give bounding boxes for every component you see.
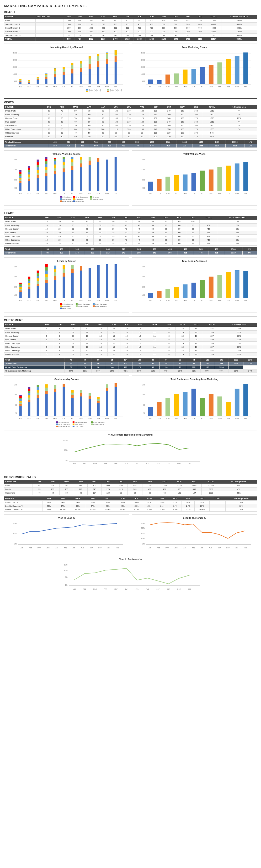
leads-cell: 65: [186, 227, 200, 231]
conversion-category-cell: 4%: [220, 484, 257, 488]
svg-text:Social Platform A: Social Platform A: [110, 91, 122, 92]
customers-total-cell: 105: [200, 362, 214, 366]
customers-cell: 5: [40, 331, 53, 334]
svg-rect-43: [71, 65, 73, 69]
conversion-metrics-cell: 10.5%: [195, 508, 209, 512]
visits-total-cell: 560: [89, 144, 103, 148]
svg-text:100: 100: [142, 294, 145, 296]
customers-cell: 15: [176, 334, 189, 338]
customers-cell: 15: [107, 353, 121, 356]
leads-cell: 35: [107, 242, 120, 246]
conversion-metrics-cell: 21%: [156, 504, 169, 508]
svg-rect-214: [73, 198, 75, 200]
reach-cell: 1000: [182, 19, 194, 23]
visits-cell: 130: [149, 124, 162, 127]
svg-text:AUG: AUG: [79, 86, 83, 88]
visits-cell: 160: [189, 120, 203, 124]
svg-text:AUG: AUG: [79, 300, 83, 302]
leads-total-cell: 120: [54, 251, 69, 255]
customers-cell: 15: [176, 353, 189, 356]
svg-rect-269: [28, 281, 30, 283]
svg-rect-152: [37, 170, 39, 173]
leads-cell: 10: [40, 231, 53, 235]
visits-cell: 90: [96, 124, 110, 127]
leads-cell: 450: [200, 238, 218, 242]
svg-rect-17: [28, 82, 30, 83]
customers-cell: 8: [162, 334, 176, 338]
visits-total-cell: 630: [103, 144, 117, 148]
visits-cell: 90: [96, 120, 110, 124]
conversion-category-cell: 11355: [202, 484, 220, 488]
svg-rect-193: [115, 157, 117, 191]
conversion-charts-row: Visit to Lead % 40% 20% 0% JAN FEB MAR A…: [4, 514, 257, 555]
customers-cell: 5: [40, 338, 53, 342]
leads-cell: Paid Search: [4, 231, 40, 235]
visits-cell: 60: [55, 124, 68, 127]
reach-cell: 200: [97, 26, 109, 30]
leads-cell: 450: [200, 227, 218, 231]
svg-text:Offline Source: Offline Source: [62, 196, 73, 198]
svg-text:3000: 3000: [140, 59, 145, 61]
svg-rect-387: [37, 385, 39, 387]
visits-cell: 70: [110, 131, 123, 135]
visits-chart-left-title: Website Visits by Source: [6, 153, 127, 155]
leads-total-cell: Total: [4, 247, 41, 251]
customers-total-cell: 64: [78, 358, 92, 362]
svg-rect-150: [37, 175, 39, 178]
svg-rect-344: [217, 275, 222, 298]
customers-cell: Organic Search: [4, 334, 40, 338]
reach-cell: 550: [109, 19, 122, 23]
leads-cell: 25: [80, 227, 93, 231]
svg-text:Other Campaign: Other Campaign: [78, 303, 90, 305]
conversion-category-cell: 120: [101, 491, 115, 495]
pct-customers-line-chart: 100% 50% 0% JAN FEB MAR APR MAY JUN JUL …: [55, 438, 206, 469]
customers-total-cell: 80: [146, 362, 160, 366]
leads-total-cell: 415: [162, 247, 177, 251]
conversion-category-cell: 805: [88, 484, 101, 488]
page-title: MARKETING CAMPAIGN REPORT TEMPLATE: [4, 4, 257, 8]
svg-text:APR: APR: [175, 86, 178, 88]
reach-total-cell: 1930: [145, 37, 158, 41]
visits-cell: 10%: [221, 117, 257, 120]
customers-total-cell: 110: [119, 366, 132, 369]
svg-text:OCT: OCT: [167, 463, 170, 464]
customers-total-cell: 75: [78, 366, 92, 369]
leads-cell: 40: [120, 235, 132, 238]
svg-rect-163: [45, 159, 47, 161]
svg-rect-316: [60, 303, 62, 305]
customers-total-cell: 80: [146, 358, 160, 362]
leads-cell: 65: [173, 220, 186, 223]
svg-text:10%: 10%: [64, 570, 67, 571]
svg-rect-461: [243, 384, 248, 416]
svg-text:140: 140: [14, 384, 17, 386]
svg-text:OCT: OCT: [97, 86, 100, 88]
svg-rect-171: [54, 158, 56, 159]
svg-text:APR: APR: [104, 588, 107, 590]
svg-text:JAN: JAN: [19, 86, 22, 88]
visits-total-cell: 995: [130, 141, 144, 144]
svg-rect-376: [28, 398, 30, 400]
customers-cell: 5: [40, 327, 53, 331]
visits-cell: 120: [175, 135, 189, 138]
svg-rect-190: [97, 162, 99, 191]
visits-charts-row: Website Visits by Source 1600 1200 800 4…: [4, 150, 257, 206]
svg-rect-291: [63, 277, 65, 298]
svg-text:AUG: AUG: [209, 418, 213, 420]
customers-cell: 20%: [221, 334, 257, 338]
svg-text:JAN: JAN: [73, 463, 75, 464]
visits-cell: Email Marketing: [4, 113, 42, 117]
svg-rect-400: [71, 390, 74, 393]
svg-rect-61: [106, 64, 108, 84]
leads-cell: 450: [186, 220, 200, 223]
conversion-metrics-cell: 13.3%: [115, 508, 130, 512]
svg-text:MAR: MAR: [166, 300, 170, 302]
svg-rect-114: [243, 53, 248, 84]
visits-total-cell: 11355: [225, 141, 244, 144]
visits-cell: 100: [110, 117, 123, 120]
leads-cell: 55: [159, 242, 173, 246]
customers-cell: 12: [80, 349, 94, 353]
svg-text:SEP: SEP: [88, 300, 91, 302]
conversion-metrics-cell: 3%: [226, 501, 257, 504]
conversion-category-cell: Visits: [4, 484, 33, 488]
visits-cell: 150: [175, 113, 189, 117]
